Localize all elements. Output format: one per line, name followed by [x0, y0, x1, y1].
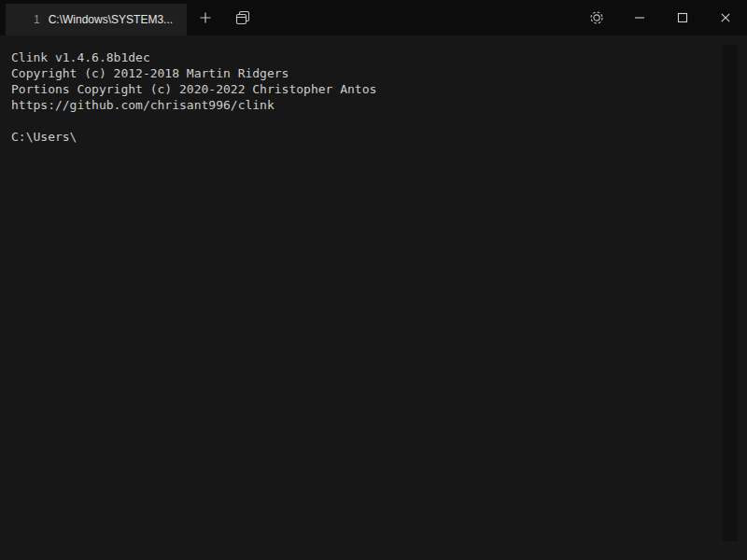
terminal-prompt: C:\Users\	[11, 129, 736, 145]
tab-switcher-button[interactable]	[224, 0, 261, 35]
terminal-line-portions-copyright: Portions Copyright (c) 2020-2022 Christo…	[11, 81, 736, 97]
maximize-icon	[674, 9, 691, 26]
new-tab-button[interactable]	[187, 0, 224, 35]
plus-icon	[198, 10, 213, 25]
terminal-line-clink-url: https://github.com/chrisant996/clink	[11, 97, 736, 113]
tab-index: 1	[34, 13, 40, 26]
maximize-button[interactable]	[661, 0, 704, 35]
titlebar: 1 C:\Windows\SYSTEM3...	[0, 0, 747, 35]
titlebar-drag-region[interactable]	[261, 0, 575, 35]
scrollbar[interactable]	[723, 45, 738, 541]
terminal-line-blank	[11, 113, 736, 129]
gear-icon	[587, 8, 606, 27]
minimize-icon	[631, 9, 648, 26]
terminal-window: 1 C:\Windows\SYSTEM3...	[0, 0, 747, 560]
tab-title: C:\Windows\SYSTEM3...	[49, 13, 173, 26]
tab-cmd[interactable]: 1 C:\Windows\SYSTEM3...	[6, 4, 187, 35]
terminal-line-clink-version: Clink v1.4.6.8b1dec	[11, 49, 736, 65]
terminal-line-copyright: Copyright (c) 2012-2018 Martin Ridgers	[11, 65, 736, 81]
minimize-button[interactable]	[618, 0, 661, 35]
tab-switcher-icon	[233, 8, 252, 27]
terminal-output[interactable]: Clink v1.4.6.8b1dec Copyright (c) 2012-2…	[0, 35, 747, 560]
close-icon	[717, 9, 734, 26]
close-button[interactable]	[704, 0, 747, 35]
settings-button[interactable]	[575, 0, 618, 35]
